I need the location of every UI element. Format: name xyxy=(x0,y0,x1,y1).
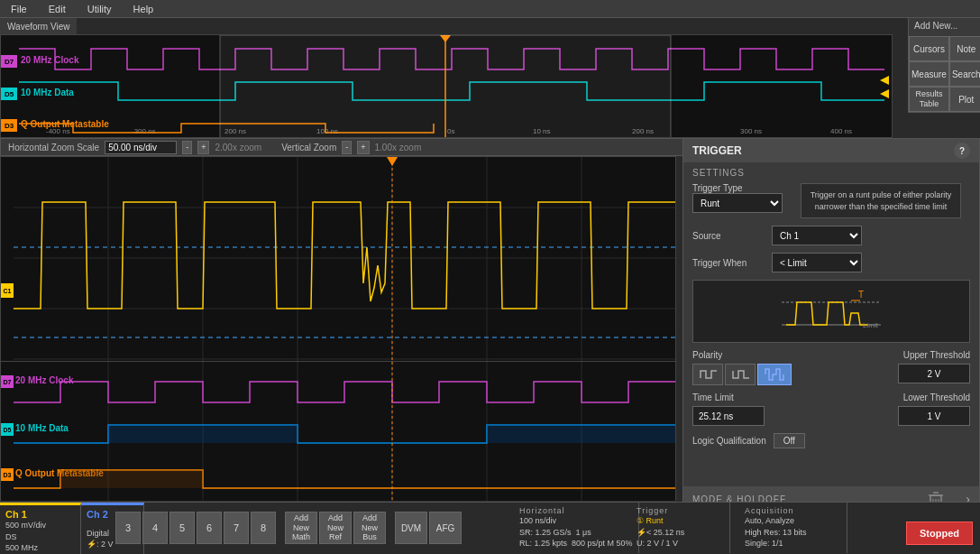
acquisition-info: Auto, Analyze High Res: 13 bits Single: … xyxy=(745,515,841,549)
horizontal-section: Horizontal 100 ns/div SR: 1.25 GS/s 1 μs… xyxy=(514,503,639,553)
add-new-bus[interactable]: AddNewBus xyxy=(353,512,386,544)
acquisition-label: Acquisition xyxy=(745,506,841,515)
num-3[interactable]: 3 xyxy=(115,512,141,544)
trigger-type-label: Trigger Type xyxy=(692,183,783,193)
trigger-help-icon[interactable]: ? xyxy=(954,143,970,159)
source-select[interactable]: Ch 1 Ch 2 xyxy=(772,226,862,245)
dvm-button[interactable]: DVM xyxy=(395,512,427,544)
svg-marker-2 xyxy=(880,76,889,85)
trigger-when-row: Trigger When < Limit > Limit xyxy=(683,249,979,276)
trigger-when-select[interactable]: < Limit > Limit xyxy=(772,253,862,272)
measure-button[interactable]: Measure xyxy=(909,61,949,87)
plot-button[interactable]: Plot xyxy=(949,87,980,112)
trigger-panel: TRIGGER ? SETTINGS Trigger Type Runt Edg… xyxy=(682,138,980,512)
note-button[interactable]: Note xyxy=(949,36,980,61)
menu-utility[interactable]: Utility xyxy=(84,4,115,14)
ch1-section: Ch 1 500 mV/div DS 500 MHz xyxy=(0,503,81,554)
d7-indicator: D7 xyxy=(1,375,14,388)
search-button[interactable]: Search xyxy=(949,61,980,87)
polarity-pos-btn[interactable] xyxy=(692,364,723,385)
trigger-diagram-svg: T Limit xyxy=(777,284,885,338)
num-6[interactable]: 6 xyxy=(197,512,222,544)
results-table-button[interactable]: ResultsTable xyxy=(909,87,949,112)
stopped-button[interactable]: Stopped xyxy=(906,522,973,545)
trigger-status-label: Trigger xyxy=(637,506,724,515)
num-4[interactable]: 4 xyxy=(142,512,168,544)
num-8[interactable]: 8 xyxy=(251,512,276,544)
polarity-label: Polarity xyxy=(692,350,792,360)
add-new-ref[interactable]: AddNewRef xyxy=(319,512,352,544)
upper-threshold-label: Upper Threshold xyxy=(898,350,970,360)
svg-marker-3 xyxy=(880,89,889,98)
hz-zoom-value: 2.00x zoom xyxy=(215,143,261,152)
svg-marker-19 xyxy=(387,157,398,166)
add-new-panel: Add New... Cursors Note Measure Search R… xyxy=(908,18,980,113)
svg-rect-26 xyxy=(108,425,298,443)
trigger-title-text: TRIGGER xyxy=(692,144,742,157)
logic-qual-label: Logic Qualification xyxy=(692,436,766,446)
vt-zoom-label: Vertical Zoom xyxy=(281,143,336,152)
trigger-status-section: Trigger ① Runt ⚡< 25.12 ns U: 2 V / 1 V xyxy=(631,503,730,553)
time-limit-label: Time Limit xyxy=(692,392,765,402)
trigger-description: Trigger on a runt pulse of either polari… xyxy=(801,183,961,218)
time-limit-value: 25.12 ns xyxy=(692,406,765,426)
hz-zoom-input[interactable] xyxy=(105,141,177,154)
overview-svg xyxy=(1,35,893,138)
upper-threshold-value: 2 V xyxy=(898,364,970,383)
vt-zoom-value: 1.00x zoom xyxy=(375,143,422,152)
d3-indicator: D3 xyxy=(1,468,14,481)
num-5[interactable]: 5 xyxy=(169,512,195,544)
menubar: File Edit Utility Help xyxy=(0,0,980,18)
lower-threshold-label: Lower Threshold xyxy=(898,392,970,402)
trigger-diagram: T Limit xyxy=(692,280,970,343)
source-row: Source Ch 1 Ch 2 xyxy=(683,222,979,249)
horizontal-info: 100 ns/div SR: 1.25 GS/s 1 μs RL: 1.25 k… xyxy=(519,515,633,549)
acquisition-section: Acquisition Auto, Analyze High Res: 13 b… xyxy=(739,503,847,553)
horizontal-section-label: Horizontal xyxy=(519,506,633,515)
ch1-info: 500 mV/div DS 500 MHz xyxy=(5,520,75,554)
add-new-title: Add New... xyxy=(909,18,980,36)
svg-text:Limit: Limit xyxy=(863,321,879,329)
menu-edit[interactable]: Edit xyxy=(45,4,69,14)
cursors-button[interactable]: Cursors xyxy=(909,36,949,61)
menu-help[interactable]: Help xyxy=(130,4,158,14)
trigger-when-label: Trigger When xyxy=(692,258,765,268)
lower-threshold-value: 1 V xyxy=(898,406,970,426)
source-label: Source xyxy=(692,231,765,241)
ch1-label: Ch 1 xyxy=(5,509,75,520)
settings-section-title: SETTINGS xyxy=(683,162,979,180)
hz-zoom-plus[interactable]: + xyxy=(197,141,209,154)
number-buttons-group: 3 4 5 6 7 8 AddNewMath AddNewRef AddNewB… xyxy=(108,502,469,554)
trigger-panel-title: TRIGGER ? xyxy=(683,139,979,162)
svg-rect-4 xyxy=(220,35,671,138)
svg-rect-27 xyxy=(487,425,676,443)
status-bar: Ch 1 500 mV/div DS 500 MHz Ch 2 Digital … xyxy=(0,502,980,554)
svg-text:T: T xyxy=(858,290,864,300)
add-new-math[interactable]: AddNewMath xyxy=(285,512,317,544)
trigger-status-info: ① Runt ⚡< 25.12 ns U: 2 V / 1 V xyxy=(637,515,724,549)
trigger-type-select[interactable]: Runt Edge Pulse Width xyxy=(692,193,783,213)
digital-waveform-svg xyxy=(14,362,676,510)
svg-rect-28 xyxy=(60,470,203,488)
logic-qual-toggle[interactable]: Off xyxy=(774,433,805,448)
hz-zoom-minus[interactable]: - xyxy=(182,141,192,154)
hz-zoom-label: Horizontal Zoom Scale xyxy=(8,143,99,152)
overview-area: D7 D5 D3 20 MHz Clock 10 MHz Data Q Outp… xyxy=(0,34,893,138)
waveform-view-label: Waveform View xyxy=(0,18,77,34)
num-7[interactable]: 7 xyxy=(224,512,249,544)
menu-file[interactable]: File xyxy=(7,4,31,14)
vt-zoom-minus[interactable]: - xyxy=(342,141,352,154)
logic-qual-row: Logic Qualification Off xyxy=(683,429,979,452)
digital-area: D7 D5 D3 20 MHz Clock 10 MHz Data Q Outp… xyxy=(0,361,676,510)
polarity-both-btn[interactable] xyxy=(757,364,792,385)
vt-zoom-plus[interactable]: + xyxy=(357,141,369,154)
polarity-neg-btn[interactable] xyxy=(725,364,756,385)
afg-button[interactable]: AFG xyxy=(429,512,462,544)
d5-indicator: D5 xyxy=(1,423,14,436)
ch1-indicator: C1 xyxy=(1,283,14,298)
